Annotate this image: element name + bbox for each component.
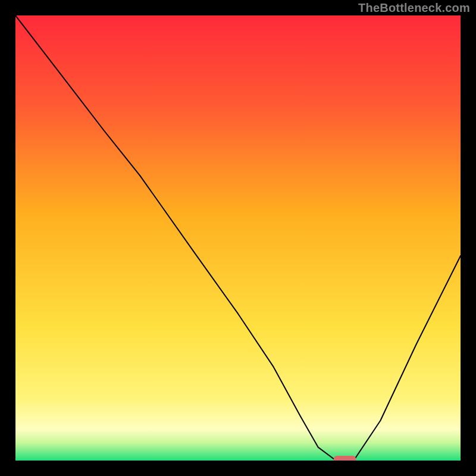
chart-container: TheBottleneck.com — [0, 0, 476, 476]
heatmap-background — [15, 15, 461, 461]
plot-area — [15, 15, 461, 461]
bottleneck-chart — [15, 15, 461, 461]
optimum-marker — [334, 456, 356, 461]
watermark-text: TheBottleneck.com — [358, 1, 470, 15]
